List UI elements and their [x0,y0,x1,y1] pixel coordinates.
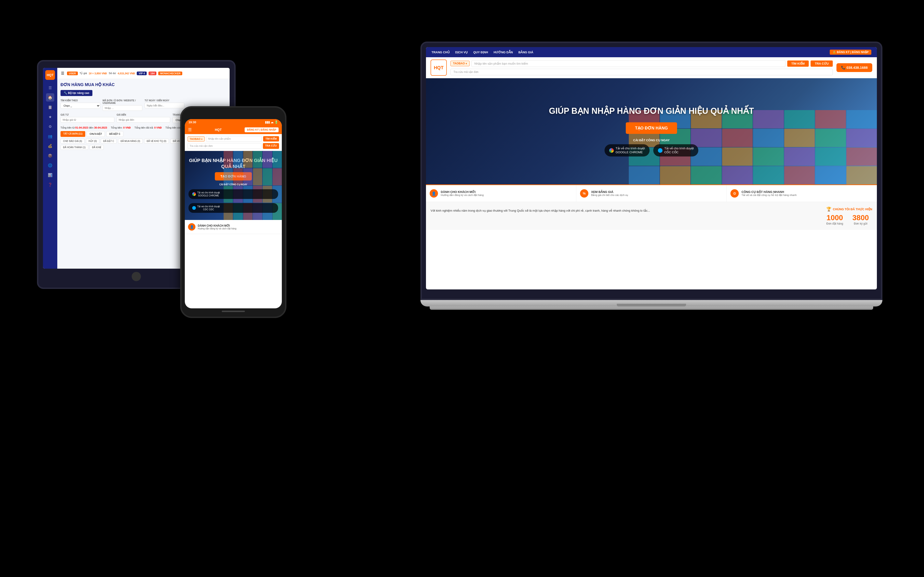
nav-dichvu[interactable]: DỊCH VỤ [455,50,468,54]
notification-badge[interactable]: 164 [149,71,157,75]
phone-body: 19:30 ▮▮▮ ☁ 🔋 ☰ HQT ĐĂNG KÝ | ĐĂNG NHẬP … [180,106,286,318]
total-debt: Tổng tiền đã trả: 0 VNĐ [134,126,162,129]
subtab-complaint[interactable]: ĐÃ KHIẾ [90,145,104,150]
feature-user-icon: 👤 [430,189,438,198]
feature-pricing[interactable]: % XEM BẢNG GIÁ Bảng giá chi tiết cho các… [576,185,727,202]
phone-platform[interactable]: TAOBAO ♦ [187,136,205,142]
subtab-purchased[interactable]: ĐÃ MUA HÀNG (0) [118,139,143,143]
sidebar-icon-money[interactable]: 💰 [46,142,54,150]
tracuu-input[interactable]: Tra cứu mã vận đơn [451,69,833,75]
filter-date-col: TỪ NGÀY / ĐẾN NGÀY [145,99,184,111]
subtab-completed[interactable]: ĐÃ HOÀN THÀNH (1) [61,145,88,150]
phone-hamburger[interactable]: ☰ [188,127,192,132]
phone-tracuu-input[interactable]: Tra cứu mã vận đơn [187,143,262,149]
tracuu-button[interactable]: TRA CỨU [811,60,833,67]
laptop-base [420,300,882,306]
tab-not-ordered[interactable]: CHƯA ĐẶT [87,131,105,137]
nav-huongdan[interactable]: HƯỚNG DẪN [494,50,513,54]
stat-shipments-num: 3800 [852,213,869,222]
register-login-btn[interactable]: 🔒 ĐĂNG KÝ | ĐĂNG NHẬP [830,50,871,55]
subtab-waiting-quote[interactable]: CHỜ BÁO GIÁ (6) [61,139,84,143]
price-from-input[interactable] [61,117,114,122]
subtab-cn-warehouse[interactable]: ĐÃ VỀ KHO TQ (0) [144,139,169,143]
filter-advanced-btn[interactable]: 🔧 Bộ lọc nâng cao [61,90,92,96]
phone-search-input[interactable]: Nhập tên sản phẩm [206,136,262,142]
phone-hero: GIÚP BẠN NHẬP HÀNG ĐƠN GIẢN HIỆU QUẢ NHẤ… [185,151,282,220]
sidebar-icon-home[interactable]: 🏠 [46,93,54,102]
phone-contact-btn[interactable]: 📞 038.438.1688 [837,63,872,72]
sidebar-icon-globe[interactable]: 🌐 [46,161,54,169]
phone-search-area: TAOBAO ♦ Nhập tên sản phẩm TÌM KIẾM Tra … [185,134,282,151]
feature-newuser-desc: Hướng dẫn đăng ký và cách đặt hàng [441,193,484,197]
search-input[interactable]: Nhập tên sản phẩm bạn muốn tìm kiếm [472,60,785,67]
nav-quydinh[interactable]: QUY ĐỊNH [473,50,488,54]
stats-numbers: 1000 Đơn đặt hàng 3800 Đơn ký gửi [826,213,872,225]
hero-tools: Tải về cho trình duyệt GOOGLE CHROME Tải… [604,144,699,157]
sidebar-icon-menu[interactable]: ☰ [46,84,54,92]
phone-chrome-btn[interactable]: Tải về cho trình duyệt GOOGLE CHROME [189,189,278,199]
sidebar-logo: HQT [45,70,55,80]
sidebar-icon-box[interactable]: 📦 [46,152,54,160]
topbar-hamburger[interactable]: ☰ [61,71,64,76]
chrome-tool-label: Tải về cho trình duyệt GOOGLE CHROME [615,147,645,155]
username-badge: MONACHECKER [158,71,182,75]
sidebar-icon-star[interactable]: ★ [46,113,54,121]
tab-all[interactable]: TẤT CẢ ĐƠN (11) [61,131,85,137]
laptop-bottom [430,306,873,310]
platform-badge[interactable]: TAOBAO ♦ [451,61,470,66]
price-to-input[interactable] [117,117,170,122]
phone-chrome-icon [192,192,196,196]
coccoc-tool-btn[interactable]: Tải về cho trình duyệt CỐC CỐC [653,144,698,157]
nav-trangchu[interactable]: TRANG CHỦ [431,50,450,54]
tracuu-row: Tra cứu mã vận đơn [451,69,833,75]
phone-notch [220,112,247,117]
phone-feature-newuser[interactable]: 👤 DÀNH CHO KHÁCH MỚI Hướng dẫn đăng ký v… [185,220,282,234]
feature-tool[interactable]: ⚙ CÔNG CỤ ĐẶT HÀNG NHANH Tải về và cài đ… [727,185,877,202]
order-code-label: MÃ ĐƠN / Ô ĐƠN / WEBSITE / USERNAME [103,99,142,104]
phone-search-btn[interactable]: TÌM KIẾM [263,136,279,142]
phone-install-label: CÀI ĐẶT CÔNG CỤ NGAY [220,183,247,186]
search-button[interactable]: TÌM KIẾM [787,60,809,67]
order-code-input[interactable] [103,105,142,111]
search-select[interactable]: Chọn _ [61,103,100,109]
create-order-btn[interactable]: TẠO ĐƠN HÀNG [626,122,677,134]
phone-status-bar: 19:30 ▮▮▮ ☁ 🔋 [185,119,282,125]
sidebar-icon-settings[interactable]: ⚙ [46,122,54,131]
filter-price-to-col: GIÁ ĐẾN [117,114,170,123]
filter-ordercode-col: MÃ ĐƠN / Ô ĐƠN / WEBSITE / USERNAME [103,99,142,111]
subtab-cancelled[interactable]: HỦY (0) [86,139,99,143]
feature-newuser[interactable]: 👤 DÀNH CHO KHÁCH MỚI Hướng dẫn đăng ký v… [426,185,576,202]
nav-right: 🔒 ĐĂNG KÝ | ĐĂNG NHẬP [830,50,871,55]
chrome-tool-btn[interactable]: Tải về cho trình duyệt GOOGLE CHROME [604,144,649,157]
sidebar-icon-help[interactable]: ❓ [46,181,54,189]
tablet-home-btn[interactable] [132,272,141,281]
date-input[interactable] [145,103,184,108]
stat-orders: 1000 Đơn đặt hàng [826,213,843,225]
subtab-placed[interactable]: ĐÃ ĐẶT C [101,139,117,143]
feature-price-icon: % [580,189,588,198]
tab-ordered[interactable]: ĐÃ ĐẶT C [106,131,123,137]
sidebar-icon-chart[interactable]: 📊 [46,171,54,179]
phone-device: 19:30 ▮▮▮ ☁ 🔋 ☰ HQT ĐĂNG KÝ | ĐĂNG NHẬP … [180,106,286,318]
phone-tracuu-row: Tra cứu mã vận đơn TRA CỨU [187,143,279,149]
sidebar-icon-orders[interactable]: 📋 [46,103,54,111]
coccoc-icon [658,148,662,153]
feature-tool-text: CÔNG CỤ ĐẶT HÀNG NHANH Tải về và cài đặt… [741,190,797,197]
stat-shipments: 3800 Đơn ký gửi [852,213,869,225]
rate-label: Tỷ giá [80,72,87,75]
scene: TRANG CHỦ DỊCH VỤ QUY ĐỊNH HƯỚNG DẪN BẢN… [23,23,901,554]
sidebar-icon-users[interactable]: 👥 [46,132,54,140]
feature-pricing-title: XEM BẢNG GIÁ [591,190,628,193]
stats-section: 🏆 CHÚNG TÔI ĐÃ THỰC HIỆN 1000 Đơn đặt hà… [826,206,872,225]
filter-price-from-col: GIÁ TỪ [61,114,114,123]
phone-tracuu-btn[interactable]: TRA CỨU [263,143,279,149]
phone-register-btn[interactable]: ĐĂNG KÝ | ĐĂNG NHẬP [245,127,279,132]
phone-coccoc-btn[interactable]: Tải về cho trình duyệt CỐC CỐC [189,203,278,213]
nav-banggia[interactable]: BẢNG GIÁ [519,50,533,54]
admin-page-title: ĐƠN HÀNG MUA HỘ KHÁC [61,82,226,87]
laptop-screen-outer: TRANG CHỦ DỊCH VỤ QUY ĐỊNH HƯỚNG DẪN BẢN… [420,42,882,300]
website-nav: TRANG CHỦ DỊCH VỤ QUY ĐỊNH HƯỚNG DẪN BẢN… [426,47,877,57]
search-select-wrapper: Chọn _ [61,103,100,109]
stat-orders-label: Đơn đặt hàng [826,222,843,225]
phone-logo-nav: HQT [215,128,222,132]
